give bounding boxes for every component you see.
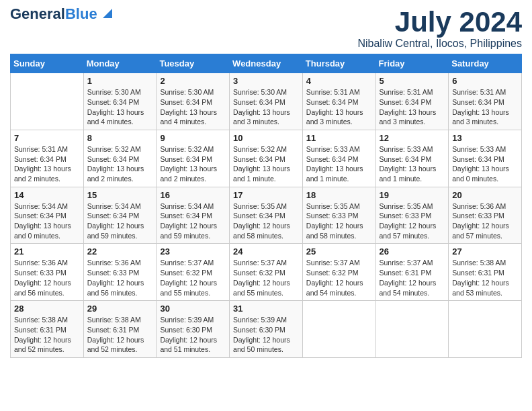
calendar-cell: 20Sunrise: 5:36 AM Sunset: 6:33 PM Dayli… [449, 187, 522, 244]
weekday-header: Thursday [302, 54, 375, 73]
calendar-cell: 12Sunrise: 5:33 AM Sunset: 6:34 PM Dayli… [375, 130, 449, 187]
calendar-cell: 25Sunrise: 5:37 AM Sunset: 6:32 PM Dayli… [302, 244, 375, 301]
day-detail: Sunrise: 5:34 AM Sunset: 6:34 PM Dayligh… [160, 201, 226, 241]
day-detail: Sunrise: 5:33 AM Sunset: 6:34 PM Dayligh… [306, 144, 372, 184]
day-number: 1 [87, 76, 153, 86]
day-detail: Sunrise: 5:37 AM Sunset: 6:31 PM Dayligh… [380, 258, 445, 298]
day-detail: Sunrise: 5:38 AM Sunset: 6:31 PM Dayligh… [87, 315, 153, 355]
weekday-header: Wednesday [230, 54, 303, 73]
weekday-header: Tuesday [157, 54, 230, 73]
day-number: 20 [452, 190, 518, 200]
day-number: 2 [160, 76, 226, 86]
day-detail: Sunrise: 5:34 AM Sunset: 6:34 PM Dayligh… [14, 201, 80, 241]
calendar-cell: 30Sunrise: 5:39 AM Sunset: 6:30 PM Dayli… [157, 301, 230, 358]
day-number: 16 [160, 190, 226, 200]
day-number: 18 [306, 190, 372, 200]
day-detail: Sunrise: 5:39 AM Sunset: 6:30 PM Dayligh… [160, 315, 226, 355]
svg-marker-0 [103, 9, 112, 18]
day-number: 13 [452, 133, 518, 143]
day-detail: Sunrise: 5:31 AM Sunset: 6:34 PM Dayligh… [380, 87, 445, 127]
calendar-week-row: 14Sunrise: 5:34 AM Sunset: 6:34 PM Dayli… [11, 187, 522, 244]
calendar-cell: 24Sunrise: 5:37 AM Sunset: 6:32 PM Dayli… [230, 244, 303, 301]
day-detail: Sunrise: 5:38 AM Sunset: 6:31 PM Dayligh… [14, 315, 80, 355]
day-number: 23 [160, 246, 226, 257]
day-detail: Sunrise: 5:37 AM Sunset: 6:32 PM Dayligh… [306, 258, 372, 298]
day-detail: Sunrise: 5:34 AM Sunset: 6:34 PM Dayligh… [87, 201, 153, 241]
calendar-cell: 3Sunrise: 5:30 AM Sunset: 6:34 PM Daylig… [230, 73, 303, 130]
day-detail: Sunrise: 5:31 AM Sunset: 6:34 PM Dayligh… [452, 87, 518, 127]
calendar-cell: 4Sunrise: 5:31 AM Sunset: 6:34 PM Daylig… [302, 73, 375, 130]
calendar-cell: 15Sunrise: 5:34 AM Sunset: 6:34 PM Dayli… [83, 187, 157, 244]
day-detail: Sunrise: 5:30 AM Sunset: 6:34 PM Dayligh… [87, 87, 153, 127]
calendar-week-row: 28Sunrise: 5:38 AM Sunset: 6:31 PM Dayli… [11, 301, 522, 358]
day-number: 7 [14, 133, 80, 143]
day-detail: Sunrise: 5:35 AM Sunset: 6:34 PM Dayligh… [233, 201, 299, 241]
subtitle: Nibaliw Central, Ilocos, Philippines [357, 38, 522, 50]
day-detail: Sunrise: 5:32 AM Sunset: 6:34 PM Dayligh… [87, 144, 153, 184]
calendar-cell: 26Sunrise: 5:37 AM Sunset: 6:31 PM Dayli… [375, 244, 449, 301]
day-detail: Sunrise: 5:32 AM Sunset: 6:34 PM Dayligh… [160, 144, 226, 184]
day-number: 3 [233, 76, 299, 86]
day-number: 15 [87, 190, 153, 200]
main-title: July 2024 [357, 7, 522, 38]
page-header: GeneralBlue July 2024 Nibaliw Central, I… [10, 7, 522, 50]
calendar-cell: 23Sunrise: 5:37 AM Sunset: 6:32 PM Dayli… [157, 244, 230, 301]
calendar-cell: 8Sunrise: 5:32 AM Sunset: 6:34 PM Daylig… [83, 130, 157, 187]
calendar-cell: 11Sunrise: 5:33 AM Sunset: 6:34 PM Dayli… [302, 130, 375, 187]
calendar-cell: 18Sunrise: 5:35 AM Sunset: 6:33 PM Dayli… [302, 187, 375, 244]
calendar-cell: 7Sunrise: 5:31 AM Sunset: 6:34 PM Daylig… [11, 130, 84, 187]
weekday-header: Friday [375, 54, 449, 73]
day-number: 30 [160, 304, 226, 314]
calendar-table: SundayMondayTuesdayWednesdayThursdayFrid… [10, 54, 522, 358]
calendar-cell: 13Sunrise: 5:33 AM Sunset: 6:34 PM Dayli… [449, 130, 522, 187]
day-number: 29 [87, 304, 153, 314]
calendar-cell: 9Sunrise: 5:32 AM Sunset: 6:34 PM Daylig… [157, 130, 230, 187]
weekday-header: Sunday [11, 54, 84, 73]
day-number: 6 [452, 76, 518, 86]
day-detail: Sunrise: 5:37 AM Sunset: 6:32 PM Dayligh… [233, 258, 299, 298]
calendar-cell [449, 301, 522, 358]
day-detail: Sunrise: 5:37 AM Sunset: 6:32 PM Dayligh… [160, 258, 226, 298]
calendar-week-row: 21Sunrise: 5:36 AM Sunset: 6:33 PM Dayli… [11, 244, 522, 301]
day-number: 5 [380, 76, 445, 86]
day-detail: Sunrise: 5:33 AM Sunset: 6:34 PM Dayligh… [452, 144, 518, 184]
day-detail: Sunrise: 5:30 AM Sunset: 6:34 PM Dayligh… [160, 87, 226, 127]
calendar-cell: 22Sunrise: 5:36 AM Sunset: 6:33 PM Dayli… [83, 244, 157, 301]
day-number: 4 [306, 76, 372, 86]
day-number: 17 [233, 190, 299, 200]
calendar-week-row: 7Sunrise: 5:31 AM Sunset: 6:34 PM Daylig… [11, 130, 522, 187]
calendar-cell: 17Sunrise: 5:35 AM Sunset: 6:34 PM Dayli… [230, 187, 303, 244]
day-number: 9 [160, 133, 226, 143]
calendar-cell: 16Sunrise: 5:34 AM Sunset: 6:34 PM Dayli… [157, 187, 230, 244]
day-number: 22 [87, 246, 153, 257]
day-number: 21 [14, 246, 80, 257]
logo-icon [99, 6, 112, 19]
calendar-cell: 28Sunrise: 5:38 AM Sunset: 6:31 PM Dayli… [11, 301, 84, 358]
day-number: 11 [306, 133, 372, 143]
day-number: 25 [306, 246, 372, 257]
day-number: 10 [233, 133, 299, 143]
day-detail: Sunrise: 5:31 AM Sunset: 6:34 PM Dayligh… [306, 87, 372, 127]
day-detail: Sunrise: 5:32 AM Sunset: 6:34 PM Dayligh… [233, 144, 299, 184]
calendar-cell: 1Sunrise: 5:30 AM Sunset: 6:34 PM Daylig… [83, 73, 157, 130]
day-number: 14 [14, 190, 80, 200]
calendar-cell: 14Sunrise: 5:34 AM Sunset: 6:34 PM Dayli… [11, 187, 84, 244]
calendar-cell: 21Sunrise: 5:36 AM Sunset: 6:33 PM Dayli… [11, 244, 84, 301]
day-detail: Sunrise: 5:38 AM Sunset: 6:31 PM Dayligh… [452, 258, 518, 298]
calendar-header-row: SundayMondayTuesdayWednesdayThursdayFrid… [11, 54, 522, 73]
calendar-cell [11, 73, 84, 130]
calendar-week-row: 1Sunrise: 5:30 AM Sunset: 6:34 PM Daylig… [11, 73, 522, 130]
day-detail: Sunrise: 5:35 AM Sunset: 6:33 PM Dayligh… [306, 201, 372, 241]
day-number: 26 [380, 246, 445, 257]
day-number: 27 [452, 246, 518, 257]
calendar-cell: 27Sunrise: 5:38 AM Sunset: 6:31 PM Dayli… [449, 244, 522, 301]
weekday-header: Monday [83, 54, 157, 73]
day-number: 12 [380, 133, 445, 143]
calendar-cell: 2Sunrise: 5:30 AM Sunset: 6:34 PM Daylig… [157, 73, 230, 130]
day-detail: Sunrise: 5:36 AM Sunset: 6:33 PM Dayligh… [452, 201, 518, 241]
calendar-cell: 19Sunrise: 5:35 AM Sunset: 6:33 PM Dayli… [375, 187, 449, 244]
day-detail: Sunrise: 5:31 AM Sunset: 6:34 PM Dayligh… [14, 144, 80, 184]
weekday-header: Saturday [449, 54, 522, 73]
calendar-cell: 31Sunrise: 5:39 AM Sunset: 6:30 PM Dayli… [230, 301, 303, 358]
day-detail: Sunrise: 5:33 AM Sunset: 6:34 PM Dayligh… [380, 144, 445, 184]
